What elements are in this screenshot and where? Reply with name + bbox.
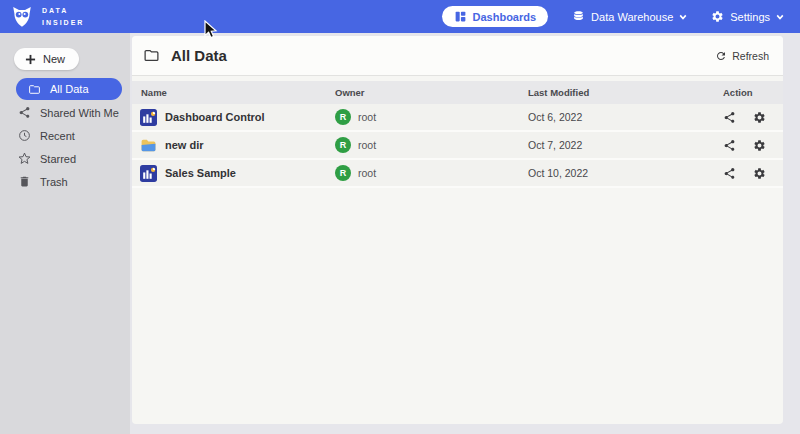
column-header-last-modified: Last Modified [528,87,723,98]
owner-cell: R root [335,109,528,125]
file-name[interactable]: Sales Sample [165,167,236,179]
sidebar-item-label: Shared With Me [40,107,119,119]
main-area: All Data Refresh Name Owner Last Modifie… [130,33,800,434]
owner-avatar: R [335,109,351,125]
chevron-down-icon [776,13,784,21]
folder-file-icon [140,137,157,154]
file-name[interactable]: new dir [165,139,204,151]
sidebar-item-shared-with-me[interactable]: Shared With Me [0,101,130,124]
refresh-label: Refresh [732,50,769,62]
column-header-action: Action [723,87,783,98]
content-panel: All Data Refresh Name Owner Last Modifie… [132,36,783,424]
dashboard-file-icon [140,165,157,182]
owner-cell: R root [335,165,528,181]
owner-name: root [358,167,376,179]
last-modified: Oct 6, 2022 [528,111,723,123]
nav-settings[interactable]: Settings [711,10,784,23]
database-icon [572,10,585,23]
top-header: DATA INSIDER Dashboards Data Warehouse [0,0,800,33]
table-row[interactable]: Sales Sample R root Oct 10, 2022 [132,160,783,188]
nav-label: Dashboards [473,11,537,23]
brand-name: DATA INSIDER [42,5,84,27]
brand-logo: DATA INSIDER [10,5,84,29]
refresh-icon [715,50,727,62]
column-header-name: Name [132,87,335,98]
gear-icon[interactable] [753,167,766,180]
action-cell [723,111,783,124]
sidebar-item-trash[interactable]: Trash [0,170,130,193]
dashboard-file-icon [140,109,157,126]
gear-icon[interactable] [753,111,766,124]
sidebar-item-label: Recent [40,130,75,142]
gear-icon[interactable] [753,139,766,152]
nav-dashboards[interactable]: Dashboards [442,6,549,27]
last-modified: Oct 7, 2022 [528,139,723,151]
owner-avatar: R [335,165,351,181]
nav-label: Data Warehouse [591,11,673,23]
new-button[interactable]: New [14,48,79,70]
sidebar-item-label: Trash [40,176,68,188]
owner-name: root [358,111,376,123]
owner-avatar: R [335,137,351,153]
refresh-button[interactable]: Refresh [715,50,769,62]
new-button-label: New [43,53,65,65]
sidebar-item-label: All Data [50,83,89,95]
name-cell: Sales Sample [132,165,335,182]
last-modified: Oct 10, 2022 [528,167,723,179]
name-cell: new dir [132,137,335,154]
owl-logo-icon [10,5,34,29]
chevron-down-icon [679,13,687,21]
folder-outline-icon [143,47,160,64]
sidebar-item-all-data[interactable]: All Data [16,78,122,100]
page-title: All Data [171,47,227,64]
share-icon[interactable] [723,111,736,124]
file-name[interactable]: Dashboard Control [165,111,265,123]
folder-icon [28,83,41,96]
action-cell [723,139,783,152]
table-row[interactable]: new dir R root Oct 7, 2022 [132,132,783,160]
mouse-cursor [204,20,219,40]
sidebar-item-label: Starred [40,153,76,165]
column-header-owner: Owner [335,87,528,98]
sidebar-item-starred[interactable]: Starred [0,147,130,170]
sidebar-item-recent[interactable]: Recent [0,124,130,147]
nav-label: Settings [730,11,770,23]
table-row[interactable]: Dashboard Control R root Oct 6, 2022 [132,104,783,132]
gear-icon [711,10,724,23]
nav-data-warehouse[interactable]: Data Warehouse [572,10,687,23]
sidebar-nav: All Data Shared With Me Recent Starr [0,78,130,193]
trash-icon [18,175,31,188]
owner-cell: R root [335,137,528,153]
table-header: Name Owner Last Modified Action [132,81,783,104]
star-icon [18,152,31,165]
app-window: DATA INSIDER Dashboards Data Warehouse [0,0,800,434]
header-nav: Dashboards Data Warehouse Settings [442,6,784,27]
name-cell: Dashboard Control [132,109,335,126]
owner-name: root [358,139,376,151]
dashboard-grid-icon [454,10,467,23]
action-cell [723,167,783,180]
clock-icon [18,129,31,142]
page-titlebar: All Data Refresh [132,36,783,76]
plus-icon [25,54,36,65]
sidebar: New All Data Shared With Me Rece [0,33,130,434]
share-icon[interactable] [723,139,736,152]
share-nodes-icon [18,106,31,119]
share-icon[interactable] [723,167,736,180]
